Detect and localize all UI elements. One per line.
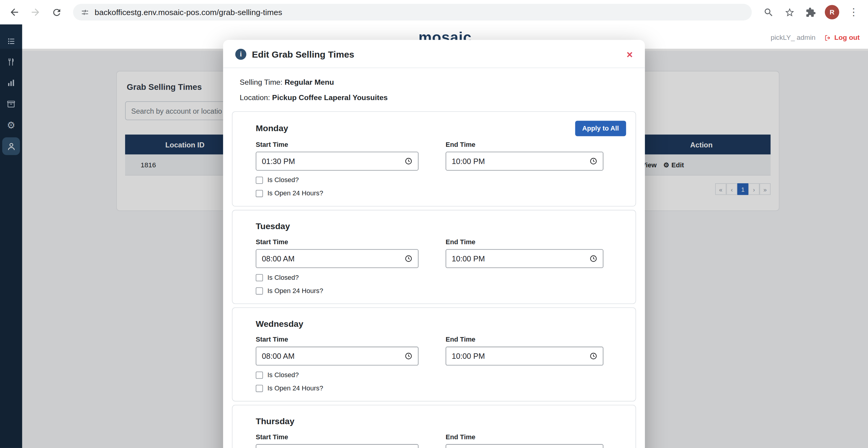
sidebar-item-menu[interactable] [2,32,20,50]
back-icon [9,7,20,18]
end-time-label: End Time [446,238,603,246]
is-closed-row: Is Closed? [256,273,418,281]
list-icon [6,36,16,46]
star-icon [784,7,795,18]
clock-icon [405,352,412,360]
refresh-icon [51,7,62,18]
extensions-button[interactable] [802,3,819,21]
day-card-monday: Monday Apply to All Start Time 01:30 PM … [232,111,636,207]
day-name: Tuesday [256,221,290,232]
is-open-24-row: Is Open 24 Hours? [256,189,418,197]
browser-menu-button[interactable]: ⋮ [845,3,863,21]
is-open-24-hours-checkbox[interactable] [256,190,263,197]
start-time-input[interactable]: 08:00 AM [256,249,418,268]
end-time-label: End Time [446,141,603,149]
clock-icon [405,255,412,263]
start-time-input[interactable]: 08:00 AM [256,347,418,365]
is-closed-row: Is Closed? [256,176,418,184]
end-time-input[interactable]: 10:00 PM [446,347,603,365]
start-time-label: Start Time [256,335,418,344]
three-dots-icon: ⋮ [849,7,859,17]
is-open-24-row: Is Open 24 Hours? [256,287,418,295]
search-icon [763,7,774,18]
apply-to-all-button[interactable]: Apply to All [575,121,626,136]
info-icon: i [236,49,247,60]
modal-title: Edit Grab Selling Times [252,49,354,60]
modal-body: Selling Time: Regular Menu Location: Pic… [223,68,645,448]
refresh-button[interactable] [48,3,65,21]
forward-icon [30,7,41,18]
day-card-tuesday: Tuesday Start Time 08:00 AM Is Closed? [232,210,636,304]
location-label: Location: [240,93,270,102]
profile-avatar[interactable]: R [825,5,839,20]
selling-time-line: Selling Time: Regular Menu [240,78,628,87]
is-open-24-row: Is Open 24 Hours? [256,384,418,392]
end-time-label: End Time [446,433,603,441]
day-name: Monday [256,124,288,133]
is-open-24-hours-checkbox[interactable] [256,385,263,392]
username-label: pickLY_ admin [771,34,815,41]
is-closed-label: Is Closed? [267,273,299,281]
url-text: backofficestg.env.mosaic-pos.com/grab-se… [95,8,282,17]
logout-icon [824,34,832,41]
start-time-input[interactable]: 08:00 AM [256,444,418,448]
bookmark-button[interactable] [781,3,798,21]
puzzle-icon [805,7,816,18]
clock-icon [405,157,412,165]
is-closed-checkbox[interactable] [256,274,263,281]
end-time-input[interactable]: 10:00 PM [446,249,603,268]
is-open-24-hours-label: Is Open 24 Hours? [267,287,323,295]
selling-time-value: Regular Menu [284,78,334,87]
close-button[interactable]: × [627,49,632,60]
browser-toolbar: backofficestg.env.mosaic-pos.com/grab-se… [0,0,868,24]
is-closed-checkbox[interactable] [256,371,263,379]
logout-label: Log out [834,34,860,41]
is-closed-label: Is Closed? [267,176,299,184]
end-time-value: 10:00 PM [452,254,485,263]
location-value: Pickup Coffee Laperal Yousuites [272,93,388,102]
clock-icon [590,157,597,165]
clock-icon [590,255,597,263]
start-time-label: Start Time [256,141,418,149]
clock-icon [590,352,597,360]
start-time-label: Start Time [256,238,418,246]
location-line: Location: Pickup Coffee Laperal Yousuite… [240,93,628,102]
is-closed-label: Is Closed? [267,371,299,379]
edit-grab-selling-times-modal: i Edit Grab Selling Times × Selling Time… [223,40,645,448]
back-button[interactable] [5,3,23,21]
forward-button[interactable] [27,3,44,21]
start-time-value: 01:30 PM [262,157,295,166]
modal-header: i Edit Grab Selling Times × [223,40,645,68]
start-time-input[interactable]: 01:30 PM [256,152,418,170]
day-name: Thursday [256,416,294,426]
end-time-input[interactable]: 10:00 PM [446,444,603,448]
logout-button[interactable]: Log out [824,34,860,41]
end-time-value: 10:00 PM [452,157,485,166]
toolbar-actions: R ⋮ [760,3,863,21]
day-name: Wednesday [256,319,304,329]
selling-time-label: Selling Time: [240,78,282,87]
end-time-value: 10:00 PM [452,352,485,360]
address-bar[interactable]: backofficestg.env.mosaic-pos.com/grab-se… [73,4,752,21]
start-time-value: 08:00 AM [262,352,295,360]
end-time-input[interactable]: 10:00 PM [446,152,603,170]
site-settings-icon [81,8,89,17]
end-time-label: End Time [446,335,603,344]
search-button[interactable] [760,3,777,21]
day-card-wednesday: Wednesday Start Time 08:00 AM Is Closed? [232,307,636,401]
is-open-24-hours-label: Is Open 24 Hours? [267,189,323,197]
user-box: pickLY_ admin Log out [771,24,860,51]
screen: backofficestg.env.mosaic-pos.com/grab-se… [0,0,868,448]
is-open-24-hours-label: Is Open 24 Hours? [267,384,323,392]
is-closed-checkbox[interactable] [256,176,263,184]
start-time-value: 08:00 AM [262,254,295,263]
start-time-label: Start Time [256,433,418,441]
is-closed-row: Is Closed? [256,371,418,379]
day-card-thursday: Thursday Start Time 08:00 AM Is Closed? [232,405,636,448]
is-open-24-hours-checkbox[interactable] [256,287,263,294]
